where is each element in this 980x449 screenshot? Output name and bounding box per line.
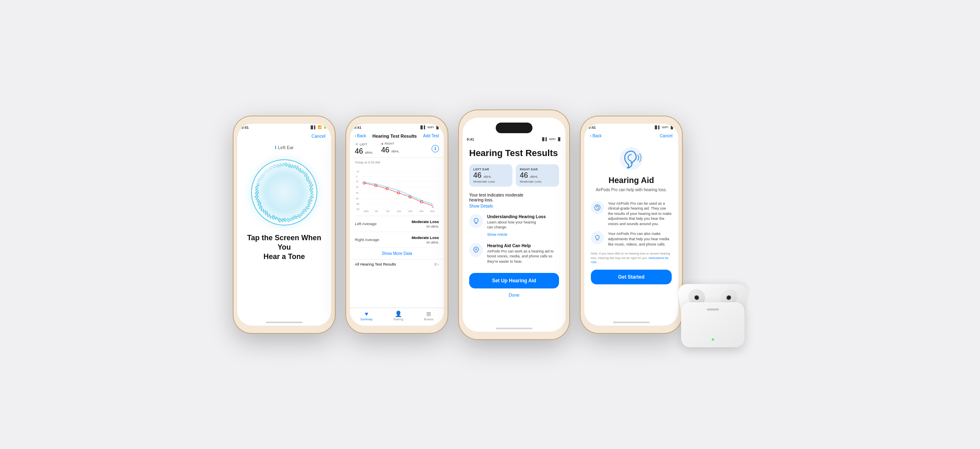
heart-icon: ♥: [365, 311, 368, 317]
phone-3-dynamic-island: [496, 123, 532, 133]
phone-1-title-area: ℹ Left Ear: [237, 145, 331, 150]
battery-icon: 🔋: [323, 125, 327, 129]
svg-rect-58: [287, 217, 292, 221]
phone-2-stats-row: ✕ LEFT 46 dBHL ● RIGHT: [350, 138, 444, 158]
phone-2-status-bar: 9:41 ▐▌▌ WiFi ▐▌: [350, 124, 444, 130]
phone-2: 9:41 ▐▌▌ WiFi ▐▌ ‹ Back Hearing Test Res…: [346, 116, 448, 333]
phone-2-all-results-row[interactable]: All Hearing Test Results 8 ›: [350, 259, 444, 269]
info-icon: ℹ: [275, 145, 276, 150]
phone-2-time-label: Today at 9:33 AM: [350, 158, 444, 166]
tab-summary[interactable]: ♥ Summary: [360, 311, 372, 321]
svg-rect-34: [294, 165, 297, 170]
svg-rect-1: [278, 217, 283, 222]
battery-icon-2: ▐▌: [435, 125, 440, 129]
svg-rect-30: [282, 163, 287, 167]
svg-text:2kHz: 2kHz: [408, 210, 413, 212]
phone-3-screen: 9:41 ▐▌▌ WiFi ▐▌ Hearing Test Results LE…: [463, 118, 566, 332]
phone-2-right-avg-value: Moderate Loss 46 dBHL: [412, 235, 439, 244]
tab-sharing[interactable]: 👤 Sharing: [393, 311, 403, 321]
phone-1-instruction: Tap the Screen When YouHear a Tone: [237, 233, 331, 262]
phone-1-content: 9:41 ▐▌▌ 📶 🔋 Cancel ℹ Left Ear: [237, 124, 331, 326]
svg-text:80: 80: [356, 197, 359, 200]
phone-4-info-1: Your AirPods Pro can be used as a clinic…: [591, 201, 672, 227]
svg-rect-3: [272, 214, 276, 220]
phone-3-info-1-text: Understanding Hearing Loss Learn about h…: [487, 214, 546, 237]
done-button[interactable]: Done: [469, 293, 559, 297]
svg-rect-33: [292, 164, 295, 168]
svg-rect-35: [296, 165, 300, 172]
svg-rect-44: [310, 187, 314, 192]
svg-text:60: 60: [356, 192, 359, 194]
phone-4-screen: 9:41 ▐▌▌ WiFi ▐▌ ‹ Back Cancel: [584, 124, 678, 326]
phone-2-back-button[interactable]: ‹ Back: [355, 134, 366, 138]
set-up-hearing-aid-button[interactable]: Set Up Hearing Aid: [469, 273, 559, 288]
phone-3-title: Hearing Test Results: [469, 148, 559, 159]
phone-4-cancel-button[interactable]: Cancel: [660, 134, 673, 138]
svg-rect-25: [269, 167, 273, 169]
phone-1-ring: [252, 160, 317, 225]
svg-rect-4: [271, 215, 274, 219]
svg-rect-45: [310, 191, 314, 195]
phone-3-status-icons: ▐▌▌ WiFi ▐▌: [541, 137, 561, 141]
phone-2-right-label: ● RIGHT: [381, 142, 400, 146]
phone-3-time: 9:41: [467, 137, 474, 141]
wave-ring-svg: [252, 160, 317, 225]
svg-rect-5: [269, 213, 272, 219]
svg-rect-48: [307, 199, 313, 203]
voice-icon: [591, 201, 604, 214]
info-button-2[interactable]: ℹ: [432, 145, 439, 152]
svg-rect-20: [257, 176, 264, 180]
svg-rect-59: [283, 217, 290, 222]
phone-2-right-stat: ● RIGHT 46 dBHL: [381, 142, 400, 156]
phone-4-content-area: Hearing Aid AirPods Pro can help with he…: [584, 140, 678, 201]
phone-2-results-table: Left Average Moderate Loss 46 dBHL Right…: [355, 216, 439, 248]
get-started-button[interactable]: Get Started: [591, 270, 672, 284]
phone-1-home-indicator: [237, 322, 331, 323]
phone-4-subtitle: AirPods Pro can help with hearing loss.: [591, 188, 672, 192]
svg-rect-12: [256, 198, 259, 203]
show-more-data-button[interactable]: Show More Data: [350, 248, 444, 259]
ear-icon: [591, 146, 672, 171]
phone-1-header: Cancel: [237, 130, 331, 138]
phone-2-right-avg-row: Right Average Moderate Loss 46 dBHL: [355, 232, 439, 248]
phone-2-add-button[interactable]: Add Test: [423, 134, 439, 138]
phone-1-screen: 9:41 ▐▌▌ 📶 🔋 Cancel ℹ Left Ear: [237, 124, 331, 326]
signal-icon-4: ▐▌▌: [654, 125, 661, 129]
svg-rect-39: [306, 173, 307, 180]
phone-1-status-bar: 9:41 ▐▌▌ 📶 🔋: [237, 124, 331, 130]
tab-browse[interactable]: ⊞ Browse: [424, 311, 433, 321]
svg-rect-19: [256, 179, 262, 182]
phone-4-home-indicator: [584, 322, 678, 323]
phone-2-left-avg-value: Moderate Loss 46 dBHL: [412, 219, 439, 228]
phone-3-info-2-text: Hearing Aid Can Help AirPods Pro can wor…: [487, 243, 559, 264]
airpods-case-hinge: [707, 308, 719, 311]
phone-3-left-card: LEFT EAR 46 dBHL Moderate Loss: [469, 164, 512, 187]
phone-4-nav: ‹ Back Cancel: [584, 130, 678, 140]
svg-text:125Hz: 125Hz: [363, 210, 369, 212]
phone-2-nav-title: Hearing Test Results: [372, 134, 417, 138]
svg-rect-32: [288, 163, 293, 168]
svg-text:1kHz: 1kHz: [397, 210, 401, 212]
show-article-link[interactable]: Show Article: [487, 232, 508, 237]
svg-point-102: [597, 205, 598, 206]
svg-rect-23: [264, 171, 269, 172]
svg-rect-22: [262, 172, 266, 174]
svg-rect-11: [258, 200, 261, 206]
svg-rect-17: [255, 184, 260, 188]
phone-1-instruction-text: Tap the Screen When YouHear a Tone: [245, 233, 323, 262]
phone-4-content: 9:41 ▐▌▌ WiFi ▐▌ ‹ Back Cancel: [584, 124, 678, 326]
phone-1-status-icons: ▐▌▌ 📶 🔋: [310, 125, 327, 129]
show-details-button[interactable]: Show Details: [469, 204, 559, 208]
svg-rect-56: [292, 216, 298, 219]
svg-rect-16: [255, 187, 258, 191]
phone-1-cancel-button[interactable]: Cancel: [312, 134, 325, 138]
svg-rect-41: [308, 179, 311, 183]
svg-rect-60: [281, 218, 286, 222]
phone-1-ring-container[interactable]: [237, 160, 331, 225]
phone-2-left-value: 46 dBHL: [355, 147, 373, 156]
wifi-icon-4: WiFi: [662, 125, 668, 129]
phone-3: 9:41 ▐▌▌ WiFi ▐▌ Hearing Test Results LE…: [459, 110, 569, 339]
phone-4-info-area: Your AirPods Pro can be used as a clinic…: [584, 201, 678, 284]
phone-2-content: 9:41 ▐▌▌ WiFi ▐▌ ‹ Back Hearing Test Res…: [350, 124, 444, 326]
phone-4-back-button[interactable]: ‹ Back: [590, 134, 601, 138]
